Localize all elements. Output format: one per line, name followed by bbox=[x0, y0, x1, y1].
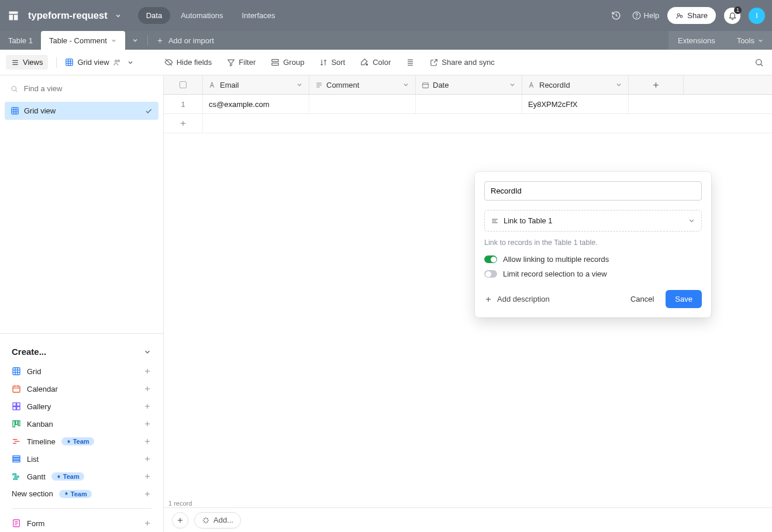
plus-icon[interactable] bbox=[143, 385, 151, 393]
save-button[interactable]: Save bbox=[666, 290, 702, 308]
col-comment[interactable]: Comment bbox=[309, 75, 416, 94]
timeline-icon bbox=[12, 437, 21, 446]
cell-email[interactable]: cs@example.com bbox=[203, 95, 309, 113]
group-button[interactable]: Group bbox=[267, 56, 308, 69]
chevron-down-icon[interactable] bbox=[296, 81, 303, 88]
hide-fields-button[interactable]: Hide fields bbox=[161, 56, 216, 69]
tab-data[interactable]: Data bbox=[138, 7, 170, 24]
cell-comment[interactable] bbox=[309, 95, 416, 113]
chevron-down-icon[interactable] bbox=[127, 59, 134, 66]
current-view-button[interactable]: Grid view bbox=[65, 58, 133, 67]
share-button[interactable]: Share bbox=[667, 7, 716, 24]
cancel-button[interactable]: Cancel bbox=[625, 290, 660, 308]
cell-date[interactable] bbox=[416, 95, 522, 113]
plus-icon[interactable] bbox=[143, 490, 151, 498]
text-icon bbox=[528, 81, 536, 89]
table-tabs-dropdown[interactable] bbox=[125, 31, 145, 50]
color-button[interactable]: Color bbox=[357, 56, 394, 69]
create-toggle[interactable]: Create... bbox=[4, 341, 160, 362]
tools-button[interactable]: Tools bbox=[730, 31, 772, 50]
create-calendar[interactable]: Calendar bbox=[4, 380, 160, 398]
svg-rect-49 bbox=[13, 407, 16, 410]
share-sync-button[interactable]: Share and sync bbox=[426, 56, 498, 69]
add-row[interactable] bbox=[164, 114, 772, 133]
plus-icon[interactable] bbox=[143, 437, 151, 445]
create-form[interactable]: Form bbox=[4, 514, 160, 532]
text-icon bbox=[209, 81, 216, 89]
chevron-down-icon[interactable] bbox=[111, 37, 117, 44]
allow-multi-toggle[interactable] bbox=[484, 255, 497, 263]
limit-view-toggle[interactable] bbox=[484, 270, 497, 278]
svg-rect-53 bbox=[13, 421, 15, 427]
team-badge: Team bbox=[59, 490, 92, 498]
svg-line-26 bbox=[761, 64, 763, 65]
table-row[interactable]: 1 cs@example.com Ey8XPM2cFfX bbox=[164, 95, 772, 114]
create-grid[interactable]: Grid bbox=[4, 362, 160, 380]
search-icon bbox=[11, 85, 18, 93]
plus-icon[interactable] bbox=[143, 367, 151, 375]
plus-icon[interactable] bbox=[164, 114, 203, 133]
svg-rect-9 bbox=[66, 59, 73, 65]
share-label: Share bbox=[687, 11, 708, 20]
sidebar-view-grid[interactable]: Grid view bbox=[5, 102, 158, 120]
create-kanban[interactable]: Kanban bbox=[4, 415, 160, 433]
create-list[interactable]: List bbox=[4, 450, 160, 468]
checkbox-icon[interactable] bbox=[180, 81, 187, 88]
sparkle-icon bbox=[202, 516, 210, 524]
add-description-button[interactable]: Add description bbox=[484, 295, 550, 303]
add-or-import-button[interactable]: Add or import bbox=[150, 31, 220, 50]
ai-add-button[interactable]: Add... bbox=[194, 512, 241, 528]
field-config-popover: Link to Table 1 Link to records in the T… bbox=[475, 172, 711, 317]
chevron-down-icon[interactable] bbox=[615, 81, 622, 88]
history-icon[interactable] bbox=[609, 8, 624, 23]
search-button[interactable] bbox=[752, 56, 766, 70]
plus-icon[interactable] bbox=[143, 472, 151, 481]
create-gantt[interactable]: Gantt Team bbox=[4, 468, 160, 485]
table-tab-2[interactable]: Table - Comment bbox=[41, 31, 125, 50]
create-timeline[interactable]: Timeline Team bbox=[4, 433, 160, 450]
plus-icon[interactable] bbox=[143, 420, 151, 428]
col-label: Email bbox=[220, 81, 239, 89]
col-email[interactable]: Email bbox=[203, 75, 309, 94]
col-checkbox[interactable] bbox=[164, 75, 203, 94]
tablebar: Table 1 Table - Comment Add or import Ex… bbox=[0, 31, 772, 50]
row-height-button[interactable] bbox=[402, 56, 418, 69]
grid-icon bbox=[11, 106, 19, 115]
allow-multi-row: Allow linking to multiple records bbox=[484, 255, 702, 264]
sort-button[interactable]: Sort bbox=[316, 56, 349, 69]
field-name-input[interactable] bbox=[484, 181, 702, 201]
cell-recordid[interactable]: Ey8XPM2cFfX bbox=[522, 95, 629, 113]
field-type-selector[interactable]: Link to Table 1 bbox=[484, 210, 702, 232]
top-tabs: Data Automations Interfaces bbox=[138, 7, 284, 24]
plus-icon[interactable] bbox=[143, 455, 151, 463]
svg-rect-41 bbox=[13, 386, 20, 392]
filter-button[interactable]: Filter bbox=[223, 56, 259, 69]
col-recordid[interactable]: RecordId bbox=[522, 75, 629, 94]
sidebar-view-label: Grid view bbox=[24, 106, 56, 115]
table-tab-1[interactable]: Table 1 bbox=[0, 31, 41, 50]
tab-automations[interactable]: Automations bbox=[173, 7, 231, 24]
chevron-down-icon[interactable] bbox=[509, 81, 516, 88]
record-count: 1 record bbox=[164, 500, 192, 507]
chevron-down-icon[interactable] bbox=[402, 81, 409, 88]
svg-point-25 bbox=[756, 59, 761, 64]
views-button[interactable]: Views bbox=[6, 55, 48, 70]
add-field-button[interactable] bbox=[629, 75, 684, 94]
find-view-input[interactable] bbox=[24, 84, 153, 93]
plus-icon[interactable] bbox=[143, 402, 151, 410]
tab-interfaces[interactable]: Interfaces bbox=[233, 7, 283, 24]
create-new-section[interactable]: New section Team bbox=[4, 485, 160, 502]
chevron-down-icon[interactable] bbox=[115, 12, 122, 19]
base-name[interactable]: typeform-request bbox=[28, 10, 108, 21]
extensions-button[interactable]: Extensions bbox=[668, 31, 725, 50]
divider bbox=[56, 57, 57, 68]
avatar[interactable]: I bbox=[749, 8, 765, 24]
topbar: typeform-request Data Automations Interf… bbox=[0, 0, 772, 31]
create-gallery[interactable]: Gallery bbox=[4, 398, 160, 415]
notifications-button[interactable]: 1 bbox=[724, 8, 740, 24]
longtext-icon bbox=[315, 81, 323, 89]
help-button[interactable]: Help bbox=[632, 11, 660, 20]
col-date[interactable]: Date bbox=[416, 75, 522, 94]
plus-icon[interactable] bbox=[143, 519, 151, 527]
add-record-button[interactable] bbox=[172, 512, 188, 528]
